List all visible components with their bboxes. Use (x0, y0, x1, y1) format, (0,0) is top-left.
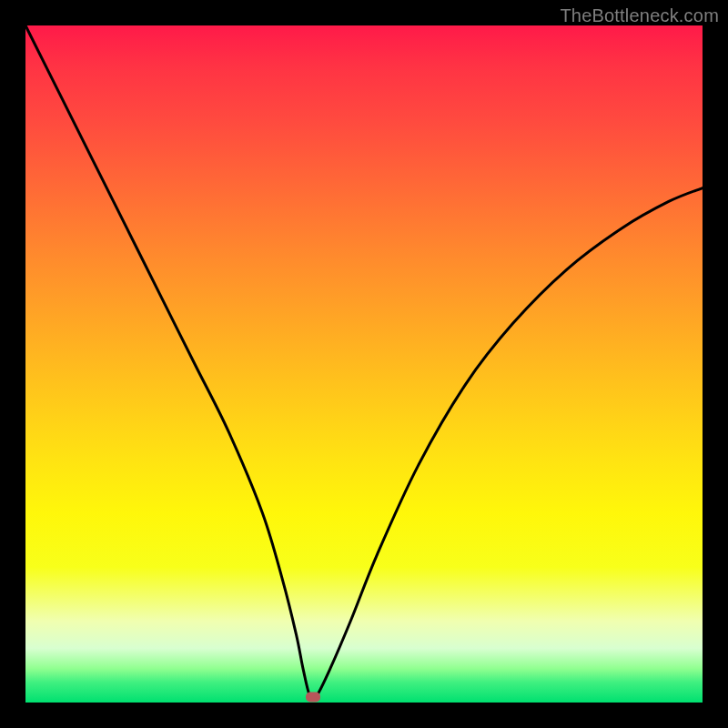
watermark-text: TheBottleneck.com (560, 5, 719, 26)
chart-frame: TheBottleneck.com (0, 0, 728, 728)
bottleneck-curve (25, 25, 703, 703)
optimal-point-marker (306, 693, 320, 703)
plot-area (25, 25, 703, 703)
